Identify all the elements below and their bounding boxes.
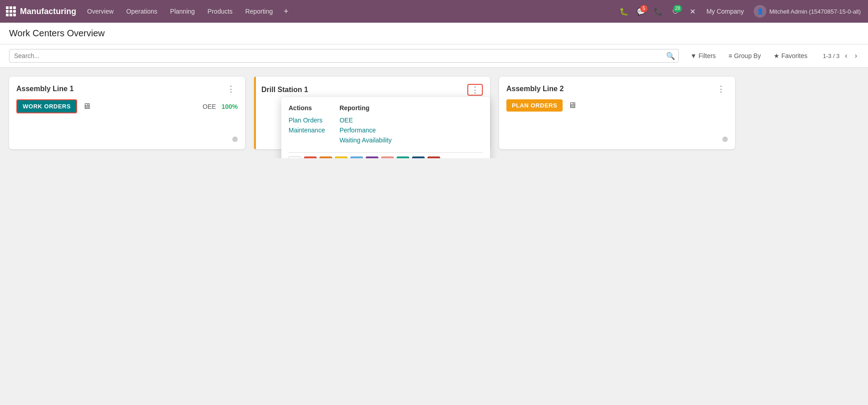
color-strip bbox=[254, 77, 256, 149]
top-nav: Manufacturing Overview Operations Planni… bbox=[0, 0, 868, 23]
monitor-icon[interactable]: 🖥 bbox=[83, 102, 91, 111]
nav-overview[interactable]: Overview bbox=[82, 5, 119, 18]
monitor-icon[interactable]: 🖥 bbox=[568, 101, 576, 110]
kanban-header: Assembly Line 1 ⋮ bbox=[16, 84, 238, 94]
waiting-availability-item[interactable]: Waiting Availability bbox=[339, 135, 392, 145]
dropdown-divider bbox=[289, 152, 483, 153]
kanban-card-assembly-line-1: Assembly Line 1 ⋮ WORK ORDERS 🖥 OEE 100% bbox=[9, 77, 245, 149]
kanban-header: Assembly Line 2 ⋮ bbox=[506, 84, 728, 94]
favorites-button[interactable]: ★ Favorites bbox=[769, 50, 812, 61]
work-orders-button[interactable]: WORK ORDERS bbox=[16, 99, 77, 113]
nav-planning[interactable]: Planning bbox=[165, 5, 201, 18]
filter-bar: ▼ Filters ≡ Group By ★ Favorites 1-3 / 3… bbox=[686, 50, 859, 62]
status-dot bbox=[232, 137, 238, 142]
clock-badge: 28 bbox=[673, 5, 682, 12]
user-avatar: 👤 bbox=[754, 5, 766, 18]
reporting-column: Reporting OEE Performance Waiting Availa… bbox=[339, 104, 392, 145]
main-content: Assembly Line 1 ⋮ WORK ORDERS 🖥 OEE 100%… bbox=[0, 68, 868, 158]
user-name: Mitchell Admin (15470857-15-0-all) bbox=[769, 8, 861, 15]
color-swatch-pink[interactable] bbox=[381, 156, 394, 158]
color-swatch-red[interactable] bbox=[304, 156, 317, 158]
plan-orders-item[interactable]: Plan Orders bbox=[289, 115, 325, 125]
filter-icon: ▼ bbox=[691, 52, 697, 59]
card-menu-button[interactable]: ⋮ bbox=[467, 84, 483, 96]
debug-icon[interactable]: 🐛 bbox=[617, 4, 631, 19]
nav-products[interactable]: Products bbox=[202, 5, 238, 18]
nav-reporting[interactable]: Reporting bbox=[240, 5, 279, 18]
next-page-button[interactable]: › bbox=[853, 50, 859, 62]
card-menu-button[interactable]: ⋮ bbox=[714, 84, 728, 94]
oee-label: OEE bbox=[203, 103, 216, 110]
nav-plus[interactable]: + bbox=[280, 5, 292, 18]
status-dot bbox=[722, 137, 728, 142]
grid-menu-icon[interactable] bbox=[4, 4, 18, 19]
color-swatch-teal[interactable] bbox=[397, 156, 409, 158]
actions-column: Actions Plan Orders Maintenance bbox=[289, 104, 325, 145]
phone-icon[interactable]: 📞 bbox=[651, 4, 666, 19]
page-title: Work Centers Overview bbox=[9, 28, 859, 44]
kanban-body: WORK ORDERS 🖥 OEE 100% bbox=[16, 99, 238, 113]
color-picker: Settings bbox=[289, 156, 483, 158]
kanban-header: Drill Station 1 ⋮ bbox=[261, 84, 483, 96]
oee-item[interactable]: OEE bbox=[339, 115, 392, 125]
search-input[interactable] bbox=[9, 49, 679, 63]
user-menu[interactable]: 👤 Mitchell Admin (15470857-15-0-all) bbox=[750, 3, 864, 20]
card-title: Assembly Line 1 bbox=[16, 85, 74, 93]
filters-button[interactable]: ▼ Filters bbox=[686, 50, 721, 61]
page-header: Work Centers Overview bbox=[0, 23, 868, 44]
group-by-icon: ≡ bbox=[729, 52, 732, 59]
chat-icon[interactable]: 💬 5 bbox=[634, 4, 648, 19]
kanban-card-assembly-line-2: Assembly Line 2 ⋮ PLAN ORDERS 🖥 bbox=[499, 77, 735, 149]
color-swatch-light-blue[interactable] bbox=[350, 156, 363, 158]
kanban-body: PLAN ORDERS 🖥 bbox=[506, 99, 728, 112]
performance-item[interactable]: Performance bbox=[339, 125, 392, 135]
card-title: Drill Station 1 bbox=[261, 86, 308, 94]
search-container: 🔍 bbox=[9, 49, 679, 63]
maintenance-item[interactable]: Maintenance bbox=[289, 125, 325, 135]
color-swatch-orange[interactable] bbox=[319, 156, 332, 158]
reporting-title: Reporting bbox=[339, 104, 392, 112]
card-footer bbox=[232, 136, 238, 144]
search-row: 🔍 ▼ Filters ≡ Group By ★ Favorites 1-3 /… bbox=[0, 44, 868, 68]
color-swatch-yellow[interactable] bbox=[335, 156, 348, 158]
filters-label: Filters bbox=[698, 52, 716, 59]
color-swatch-magenta[interactable] bbox=[427, 156, 440, 158]
actions-title: Actions bbox=[289, 104, 325, 112]
app-brand[interactable]: Manufacturing bbox=[20, 7, 76, 16]
color-swatch-dark-blue[interactable] bbox=[412, 156, 425, 158]
prev-page-button[interactable]: ‹ bbox=[843, 50, 849, 62]
clock-icon[interactable]: ⏱ 28 bbox=[668, 4, 683, 19]
group-by-label: Group By bbox=[734, 52, 761, 59]
card-title: Assembly Line 2 bbox=[506, 85, 564, 93]
search-icon[interactable]: 🔍 bbox=[666, 52, 675, 60]
star-icon: ★ bbox=[774, 52, 780, 59]
group-by-button[interactable]: ≡ Group By bbox=[724, 50, 765, 61]
favorites-label: Favorites bbox=[781, 52, 808, 59]
chat-badge: 5 bbox=[640, 5, 647, 12]
oee-value: 100% bbox=[221, 103, 238, 110]
card-menu-button[interactable]: ⋮ bbox=[224, 84, 238, 94]
dropdown-menu: Actions Plan Orders Maintenance Reportin… bbox=[281, 97, 490, 158]
card-footer bbox=[722, 136, 728, 144]
color-swatch-purple[interactable] bbox=[366, 156, 378, 158]
dropdown-columns: Actions Plan Orders Maintenance Reportin… bbox=[289, 104, 483, 145]
company-name[interactable]: My Company bbox=[703, 6, 747, 17]
app-name: Manufacturing bbox=[20, 7, 76, 16]
nav-operations[interactable]: Operations bbox=[121, 5, 162, 18]
settings-link[interactable]: Settings bbox=[446, 158, 470, 158]
kanban-card-drill-station-1: Drill Station 1 ⋮ Actions Plan Orders Ma… bbox=[254, 77, 490, 149]
color-swatch-none[interactable] bbox=[289, 156, 301, 158]
pagination-info: 1-3 / 3 bbox=[823, 53, 839, 59]
close-icon[interactable]: ✕ bbox=[686, 4, 700, 19]
plan-orders-button[interactable]: PLAN ORDERS bbox=[506, 99, 563, 112]
